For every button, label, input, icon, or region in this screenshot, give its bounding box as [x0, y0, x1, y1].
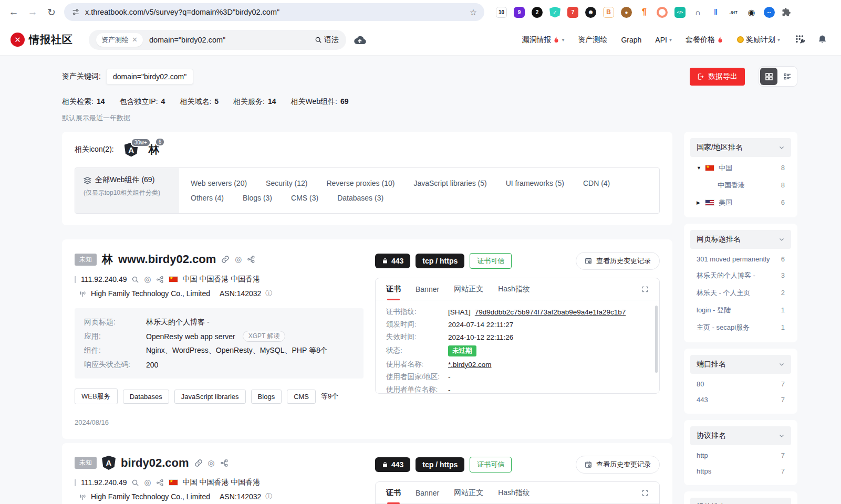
- country-row[interactable]: ▼ 中国 8: [697, 159, 785, 176]
- tab-certificate[interactable]: 证书: [386, 285, 401, 294]
- tag-chip[interactable]: JavaScript libraries: [174, 390, 246, 404]
- panel-header[interactable]: 组件排名: [690, 498, 791, 504]
- panel-header[interactable]: 国家/地区排名: [690, 138, 791, 157]
- tab-cms[interactable]: CMS (3): [291, 194, 318, 202]
- upload-icon[interactable]: [354, 34, 366, 46]
- ranking-row[interactable]: https7: [697, 463, 785, 479]
- nav-asset-survey[interactable]: 资产测绘: [578, 35, 607, 45]
- nav-graph[interactable]: Graph: [621, 36, 641, 44]
- tab-certificate[interactable]: 证书: [386, 488, 401, 498]
- tab-reverse-proxies[interactable]: Reverse proxies (10): [326, 179, 394, 187]
- extension-icon[interactable]: 9: [514, 7, 525, 18]
- extensions-menu-icon[interactable]: [782, 7, 791, 17]
- ranking-row[interactable]: login - 登陆1: [697, 301, 785, 319]
- extension-icon[interactable]: O: [657, 7, 668, 18]
- panel-header[interactable]: 端口排名: [690, 355, 791, 374]
- tab-body[interactable]: 网站正文: [454, 488, 483, 498]
- search-scope-tag[interactable]: 资产测绘 ✕: [96, 33, 143, 47]
- tab-blogs[interactable]: Blogs (3): [243, 194, 272, 202]
- tab-ui-frameworks[interactable]: UI frameworks (5): [506, 179, 564, 187]
- ranking-row[interactable]: 林乐天的个人博客 -3: [697, 267, 785, 284]
- reload-button[interactable]: ↻: [45, 6, 58, 18]
- tag-chip[interactable]: CMS: [287, 390, 316, 404]
- threatbook-logo[interactable]: ✕ 情报社区: [11, 33, 73, 47]
- protocol-badge[interactable]: tcp / https: [416, 457, 464, 472]
- relation-graph-icon[interactable]: [156, 276, 164, 284]
- scrollbar-thumb[interactable]: [655, 306, 658, 373]
- bell-icon[interactable]: [817, 35, 827, 45]
- extension-icon[interactable]: ☻: [585, 7, 596, 18]
- history-button[interactable]: 查看历史变更记录: [576, 456, 660, 474]
- extension-icon[interactable]: ¶: [639, 7, 650, 18]
- fullscreen-icon[interactable]: [641, 286, 649, 293]
- bookmark-star-icon[interactable]: ☆: [470, 7, 477, 17]
- scan-target-icon[interactable]: ◎: [144, 478, 151, 487]
- syntax-button[interactable]: 语法: [315, 35, 339, 45]
- relation-graph-icon[interactable]: [247, 255, 255, 264]
- port-badge[interactable]: 443: [375, 457, 410, 472]
- search-ip-icon[interactable]: [131, 479, 139, 487]
- link-icon[interactable]: [221, 255, 230, 264]
- tag-chip[interactable]: WEB服务: [75, 388, 118, 404]
- scan-target-icon[interactable]: ◎: [144, 275, 151, 284]
- ranking-row[interactable]: 301 moved permanently6: [697, 251, 785, 267]
- nav-vuln-intel[interactable]: 漏洞情报 ▾: [522, 35, 564, 45]
- search-ip-icon[interactable]: [131, 276, 139, 284]
- tab-web-servers[interactable]: Web servers (20): [191, 179, 247, 187]
- asset-title[interactable]: birdy02.com: [121, 456, 189, 470]
- keyword-chip[interactable]: domain="birdy02.com": [106, 69, 193, 85]
- grid-view-button[interactable]: [760, 68, 777, 85]
- forward-button[interactable]: →: [26, 6, 39, 18]
- panel-header[interactable]: 网页标题排名: [690, 230, 791, 249]
- search-bar[interactable]: 资产测绘 ✕ domain="birdy02.com" 语法: [89, 30, 346, 50]
- ranking-row[interactable]: 807: [697, 376, 785, 392]
- extension-icon[interactable]: 7: [567, 7, 578, 18]
- tab-databases[interactable]: Databases (3): [337, 194, 383, 202]
- tab-hash[interactable]: Hash指纹: [498, 285, 530, 294]
- collapse-expander[interactable]: ▶: [697, 200, 705, 205]
- panel-header[interactable]: 协议排名: [690, 426, 791, 445]
- ranking-row[interactable]: 林乐天 - 个人主页2: [697, 284, 785, 301]
- tab-banner[interactable]: Banner: [416, 285, 439, 293]
- tab-cdn[interactable]: CDN (4): [583, 179, 610, 187]
- extension-icon[interactable]: 2: [532, 7, 543, 18]
- collapse-expander[interactable]: ▼: [697, 165, 705, 171]
- fullscreen-icon[interactable]: [641, 489, 649, 497]
- port-badge[interactable]: 443: [375, 254, 410, 268]
- ranking-row[interactable]: http7: [697, 447, 785, 463]
- tools-icon[interactable]: [795, 34, 806, 45]
- tab-banner[interactable]: Banner: [416, 489, 439, 497]
- region-row[interactable]: 中国香港 8: [697, 176, 785, 194]
- info-icon[interactable]: ⓘ: [265, 289, 272, 298]
- export-button[interactable]: 数据导出: [690, 68, 745, 86]
- cert-subject-link[interactable]: *.birdy02.com: [448, 361, 492, 369]
- extension-icon[interactable]: ✓: [549, 7, 560, 18]
- tab-js-libraries[interactable]: JavaScript libraries (5): [413, 179, 486, 187]
- xgpt-button[interactable]: XGPT 解读: [243, 331, 286, 342]
- favicon-a-shield[interactable]: A 30w+: [124, 143, 138, 157]
- list-view-button[interactable]: [778, 68, 796, 85]
- extension-icon[interactable]: ••: [764, 7, 775, 18]
- extension-icon[interactable]: 10: [496, 7, 507, 18]
- tab-body[interactable]: 网站正文: [454, 285, 483, 294]
- link-icon[interactable]: [194, 459, 203, 467]
- country-row[interactable]: ▶ 美国 6: [697, 194, 785, 211]
- extension-icon[interactable]: B: [603, 7, 614, 18]
- ranking-row[interactable]: 4437: [697, 392, 785, 407]
- extension-icon[interactable]: .GIT: [728, 7, 739, 18]
- nav-rewards[interactable]: 奖励计划 ▾: [737, 35, 780, 45]
- protocol-badge[interactable]: tcp / https: [416, 254, 464, 268]
- nav-api[interactable]: API ▾: [655, 36, 672, 44]
- tab-hash[interactable]: Hash指纹: [498, 488, 530, 498]
- url-bar[interactable]: x.threatbook.com/v5/survey?q=domain%3D"b…: [64, 3, 484, 21]
- extension-icon[interactable]: ∩: [692, 7, 703, 18]
- ip-address[interactable]: 111.92.240.49: [81, 275, 127, 284]
- scan-target-icon[interactable]: ◎: [208, 458, 215, 468]
- tab-security[interactable]: Security (12): [266, 179, 307, 187]
- ranking-row[interactable]: 主页 - secapi服务1: [697, 319, 785, 336]
- history-button[interactable]: 查看历史变更记录: [576, 252, 660, 270]
- nav-pricing[interactable]: 套餐价格: [686, 35, 723, 45]
- tab-others[interactable]: Others (4): [191, 194, 224, 202]
- ip-address[interactable]: 111.92.240.49: [81, 478, 127, 487]
- relation-graph-icon[interactable]: [156, 479, 164, 487]
